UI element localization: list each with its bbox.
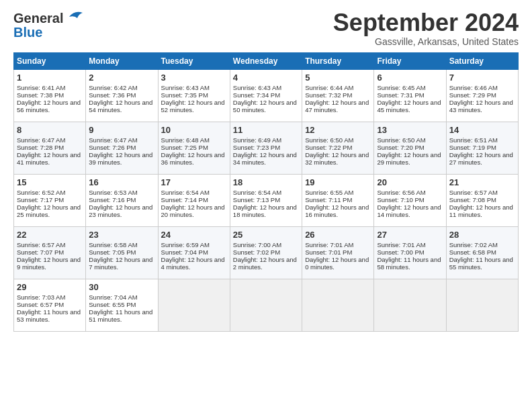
sunset-text: Sunset: 7:36 PM	[89, 91, 136, 99]
daylight-text: Daylight: 12 hours and 7 minutes.	[89, 256, 152, 271]
day-number: 30	[89, 282, 154, 292]
calendar-cell: 20Sunrise: 6:56 AMSunset: 7:10 PMDayligh…	[374, 175, 446, 227]
calendar-cell: 10Sunrise: 6:48 AMSunset: 7:25 PMDayligh…	[158, 122, 230, 175]
calendar-cell: 5Sunrise: 6:44 AMSunset: 7:32 PMDaylight…	[302, 70, 374, 122]
col-header-tuesday: Tuesday	[158, 53, 230, 70]
calendar-cell: 17Sunrise: 6:54 AMSunset: 7:14 PMDayligh…	[158, 175, 230, 227]
day-number: 29	[17, 282, 83, 292]
day-number: 28	[449, 230, 515, 240]
sunset-text: Sunset: 7:29 PM	[449, 91, 496, 99]
sunset-text: Sunset: 7:02 PM	[233, 248, 280, 256]
sunrise-text: Sunrise: 6:50 AM	[305, 136, 353, 144]
col-header-friday: Friday	[374, 53, 446, 70]
day-number: 14	[449, 125, 515, 135]
calendar-cell: 27Sunrise: 7:01 AMSunset: 7:00 PMDayligh…	[374, 227, 446, 279]
daylight-text: Daylight: 12 hours and 18 minutes.	[233, 203, 297, 218]
calendar-cell	[374, 279, 446, 332]
sunrise-text: Sunrise: 6:58 AM	[89, 241, 137, 248]
logo-blue-text: Blue	[13, 25, 42, 40]
col-header-monday: Monday	[86, 53, 158, 70]
daylight-text: Daylight: 12 hours and 56 minutes.	[17, 99, 81, 113]
sunrise-text: Sunrise: 7:00 AM	[233, 241, 281, 248]
sunrise-text: Sunrise: 6:48 AM	[161, 136, 210, 144]
calendar-cell: 24Sunrise: 6:59 AMSunset: 7:04 PMDayligh…	[158, 227, 230, 279]
month-title: September 2024	[333, 11, 519, 35]
sunset-text: Sunset: 7:35 PM	[161, 91, 208, 99]
daylight-text: Daylight: 12 hours and 50 minutes.	[233, 99, 297, 113]
day-number: 1	[17, 73, 83, 83]
calendar-cell: 4Sunrise: 6:43 AMSunset: 7:34 PMDaylight…	[230, 70, 302, 122]
calendar-cell: 25Sunrise: 7:00 AMSunset: 7:02 PMDayligh…	[230, 227, 302, 279]
col-header-saturday: Saturday	[446, 53, 518, 70]
sunset-text: Sunset: 7:14 PM	[161, 196, 208, 203]
sunset-text: Sunset: 7:26 PM	[89, 144, 136, 151]
day-number: 3	[161, 73, 227, 83]
calendar-cell: 13Sunrise: 6:50 AMSunset: 7:20 PMDayligh…	[374, 122, 446, 175]
day-number: 2	[89, 73, 154, 83]
daylight-text: Daylight: 12 hours and 4 minutes.	[161, 256, 225, 271]
sunset-text: Sunset: 7:32 PM	[305, 91, 352, 99]
logo-bird-icon	[65, 10, 84, 25]
calendar-cell: 2Sunrise: 6:42 AMSunset: 7:36 PMDaylight…	[86, 70, 158, 122]
day-number: 18	[233, 177, 299, 187]
sunrise-text: Sunrise: 6:43 AM	[161, 84, 210, 91]
day-number: 9	[89, 125, 154, 135]
day-number: 26	[305, 230, 371, 240]
sunrise-text: Sunrise: 6:59 AM	[161, 241, 210, 248]
sunset-text: Sunset: 7:20 PM	[377, 144, 424, 151]
sunset-text: Sunset: 7:10 PM	[377, 196, 424, 203]
daylight-text: Daylight: 12 hours and 11 minutes.	[449, 203, 513, 218]
sunrise-text: Sunrise: 6:51 AM	[449, 136, 498, 144]
daylight-text: Daylight: 12 hours and 39 minutes.	[89, 151, 152, 166]
day-number: 22	[17, 230, 83, 240]
col-header-thursday: Thursday	[302, 53, 374, 70]
sunrise-text: Sunrise: 6:54 AM	[233, 189, 281, 196]
daylight-text: Daylight: 12 hours and 27 minutes.	[449, 151, 513, 166]
sunset-text: Sunset: 7:05 PM	[89, 248, 136, 256]
sunrise-text: Sunrise: 6:44 AM	[305, 84, 353, 91]
col-header-wednesday: Wednesday	[230, 53, 302, 70]
daylight-text: Daylight: 12 hours and 16 minutes.	[305, 203, 369, 218]
sunset-text: Sunset: 7:01 PM	[305, 248, 352, 256]
daylight-text: Daylight: 12 hours and 32 minutes.	[305, 151, 369, 166]
daylight-text: Daylight: 12 hours and 54 minutes.	[89, 99, 152, 113]
daylight-text: Daylight: 12 hours and 0 minutes.	[305, 256, 369, 271]
calendar-page: General Blue September 2024 Gassville, A…	[0, 0, 532, 338]
day-number: 19	[305, 177, 371, 187]
sunrise-text: Sunrise: 7:04 AM	[89, 293, 137, 301]
sunset-text: Sunset: 7:04 PM	[161, 248, 208, 256]
calendar-cell: 7Sunrise: 6:46 AMSunset: 7:29 PMDaylight…	[446, 70, 518, 122]
daylight-text: Daylight: 12 hours and 29 minutes.	[377, 151, 441, 166]
daylight-text: Daylight: 12 hours and 20 minutes.	[161, 203, 225, 218]
daylight-text: Daylight: 12 hours and 2 minutes.	[233, 256, 297, 271]
header: General Blue September 2024 Gassville, A…	[13, 11, 519, 47]
day-number: 15	[17, 177, 83, 187]
calendar-cell: 9Sunrise: 6:47 AMSunset: 7:26 PMDaylight…	[86, 122, 158, 175]
sunset-text: Sunset: 7:16 PM	[89, 196, 136, 203]
day-number: 24	[161, 230, 227, 240]
day-number: 21	[449, 177, 515, 187]
day-number: 17	[161, 177, 227, 187]
sunset-text: Sunset: 7:23 PM	[233, 144, 280, 151]
sunset-text: Sunset: 6:57 PM	[17, 301, 64, 308]
day-number: 20	[377, 177, 443, 187]
sunset-text: Sunset: 7:11 PM	[305, 196, 352, 203]
sunrise-text: Sunrise: 6:41 AM	[17, 84, 65, 91]
day-number: 25	[233, 230, 299, 240]
sunset-text: Sunset: 7:31 PM	[377, 91, 424, 99]
day-number: 27	[377, 230, 443, 240]
sunset-text: Sunset: 7:34 PM	[233, 91, 280, 99]
sunrise-text: Sunrise: 6:56 AM	[377, 189, 425, 196]
sunset-text: Sunset: 7:08 PM	[449, 196, 496, 203]
sunrise-text: Sunrise: 7:02 AM	[449, 241, 498, 248]
sunrise-text: Sunrise: 6:47 AM	[17, 136, 65, 144]
day-number: 10	[161, 125, 227, 135]
calendar-week-5: 29Sunrise: 7:03 AMSunset: 6:57 PMDayligh…	[14, 279, 519, 332]
calendar-cell: 14Sunrise: 6:51 AMSunset: 7:19 PMDayligh…	[446, 122, 518, 175]
day-number: 11	[233, 125, 299, 135]
calendar-cell: 26Sunrise: 7:01 AMSunset: 7:01 PMDayligh…	[302, 227, 374, 279]
logo: General Blue	[13, 11, 84, 40]
sunset-text: Sunset: 7:38 PM	[17, 91, 64, 99]
calendar-cell: 6Sunrise: 6:45 AMSunset: 7:31 PMDaylight…	[374, 70, 446, 122]
calendar-week-4: 22Sunrise: 6:57 AMSunset: 7:07 PMDayligh…	[14, 227, 519, 279]
